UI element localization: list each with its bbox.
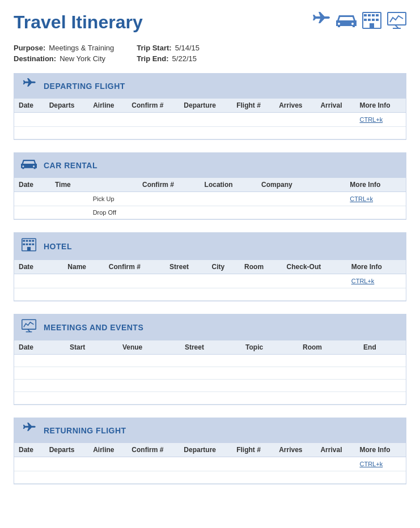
col-airline: Airline xyxy=(88,443,127,457)
destination-value: New York City xyxy=(60,54,105,63)
col-departs: Departs xyxy=(45,99,89,113)
col-confirm: Confirm # xyxy=(138,178,200,192)
svg-rect-8 xyxy=(376,19,379,21)
col-street: Street xyxy=(165,260,207,274)
svg-rect-7 xyxy=(372,19,375,21)
returning-ctrl-link[interactable]: CTRL+k xyxy=(359,461,383,467)
trip-end-row: Trip End: 5/22/15 xyxy=(137,54,200,63)
svg-rect-4 xyxy=(376,14,379,16)
col-venue: Venue xyxy=(118,340,180,355)
car-rental-title: CAR RENTAL xyxy=(44,161,97,170)
departing-ctrl-link[interactable]: CTRL+k xyxy=(359,116,383,123)
departing-flight-ctrl-row: CTRL+k xyxy=(14,113,406,127)
svg-rect-16 xyxy=(29,240,31,242)
col-time: Time xyxy=(50,178,88,192)
car-rental-section: CAR RENTAL Date Time Confirm # Location … xyxy=(14,152,406,220)
returning-flight-columns: Date Departs Airline Confirm # Departure… xyxy=(14,443,406,457)
car-dropoff-row: Drop Off xyxy=(14,206,406,219)
col-flight: Flight # xyxy=(232,443,274,457)
col-city: City xyxy=(207,260,240,274)
col-empty xyxy=(50,260,63,274)
returning-flight-table: Date Departs Airline Confirm # Departure… xyxy=(14,443,406,484)
trip-start-label: Trip Start: xyxy=(137,44,171,52)
col-empty1 xyxy=(88,178,138,192)
page-header: Travel Itinerary xyxy=(14,11,406,33)
destination-label: Destination: xyxy=(14,54,56,63)
col-empty2 xyxy=(318,178,332,192)
returning-flight-section: RETURNING FLIGHT Date Departs Airline Co… xyxy=(14,418,406,484)
car-icon xyxy=(336,12,357,32)
trip-start-value: 5/14/15 xyxy=(175,44,200,52)
col-arrives: Arrives xyxy=(274,443,316,457)
departing-flight-title: DEPARTING FLIGHT xyxy=(44,82,125,91)
col-room: Room xyxy=(240,260,282,274)
col-name: Name xyxy=(63,260,104,274)
purpose-value: Meetings & Training xyxy=(49,44,114,52)
col-confirm: Confirm # xyxy=(127,443,179,457)
meetings-table: Date Start Venue Street Topic Room End xyxy=(14,340,406,404)
car-rental-header: CAR RENTAL xyxy=(14,153,406,178)
purpose-row: Purpose: Meetings & Training xyxy=(14,44,114,52)
col-location: Location xyxy=(200,178,257,192)
svg-rect-17 xyxy=(32,240,34,242)
svg-rect-18 xyxy=(23,244,25,245)
car-pickup-row: Pick Up CTRL+k xyxy=(14,192,406,206)
meetings-icon xyxy=(21,319,37,336)
returning-plane-icon xyxy=(21,423,37,438)
trip-end-label: Trip End: xyxy=(137,54,168,63)
col-date: Date xyxy=(14,340,65,355)
svg-rect-2 xyxy=(368,14,371,16)
plane-icon xyxy=(311,12,330,33)
hotel-icon xyxy=(362,11,381,33)
hotel-title: HOTEL xyxy=(44,242,72,251)
returning-flight-header: RETURNING FLIGHT xyxy=(14,418,406,443)
pickup-label: Pick Up xyxy=(88,192,138,206)
departing-flight-empty-row xyxy=(14,127,406,139)
svg-rect-3 xyxy=(372,14,375,16)
col-date: Date xyxy=(14,99,45,113)
meetings-title: MEETINGS AND EVENTS xyxy=(44,323,143,332)
col-arrival: Arrival xyxy=(316,99,355,113)
col-departure: Departure xyxy=(179,99,232,113)
header-icons xyxy=(311,11,406,33)
meetings-header: MEETINGS AND EVENTS xyxy=(14,314,406,340)
col-end: End xyxy=(359,340,406,355)
col-street: Street xyxy=(180,340,241,355)
col-topic: Topic xyxy=(241,340,298,355)
meetings-empty-row-4 xyxy=(14,392,406,404)
col-empty3 xyxy=(332,178,345,192)
svg-rect-1 xyxy=(364,14,367,16)
col-more-info: More Info xyxy=(355,99,406,113)
hotel-ctrl-link[interactable]: CTRL+k xyxy=(351,278,375,284)
col-departs: Departs xyxy=(45,443,89,457)
trip-start-row: Trip Start: 5/14/15 xyxy=(137,44,200,52)
hotel-table: Date Name Confirm # Street City Room Che… xyxy=(14,260,406,301)
departing-flight-section: DEPARTING FLIGHT Date Departs Airline Co… xyxy=(14,73,406,140)
departing-flight-columns: Date Departs Airline Confirm # Departure… xyxy=(14,99,406,113)
returning-flight-ctrl-row: CTRL+k xyxy=(14,457,406,471)
chart-icon xyxy=(387,12,406,33)
car-ctrl-link[interactable]: CTRL+k xyxy=(350,195,373,202)
col-more-info: More Info xyxy=(345,178,406,192)
purpose-label: Purpose: xyxy=(14,44,45,52)
svg-rect-14 xyxy=(23,240,25,242)
hotel-header: HOTEL xyxy=(14,233,406,260)
hotel-icon-section xyxy=(21,237,37,256)
hotel-ctrl-row: CTRL+k xyxy=(14,274,406,288)
svg-rect-21 xyxy=(32,244,34,245)
meetings-section: MEETINGS AND EVENTS Date Start Venue Str… xyxy=(14,314,406,405)
meetings-columns: Date Start Venue Street Topic Room End xyxy=(14,340,406,355)
svg-rect-20 xyxy=(29,244,31,245)
trip-info-left: Purpose: Meetings & Training Destination… xyxy=(14,44,114,63)
hotel-columns: Date Name Confirm # Street City Room Che… xyxy=(14,260,406,274)
returning-flight-title: RETURNING FLIGHT xyxy=(44,426,126,435)
col-date: Date xyxy=(14,178,50,192)
col-departure: Departure xyxy=(179,443,232,457)
trip-end-value: 5/22/15 xyxy=(172,54,197,63)
hotel-section: HOTEL Date Name Confirm # Street City Ro… xyxy=(14,232,406,301)
svg-rect-22 xyxy=(27,247,31,251)
col-confirm: Confirm # xyxy=(127,99,179,113)
col-flight: Flight # xyxy=(232,99,274,113)
svg-rect-5 xyxy=(364,19,367,21)
trip-info: Purpose: Meetings & Training Destination… xyxy=(14,44,406,63)
